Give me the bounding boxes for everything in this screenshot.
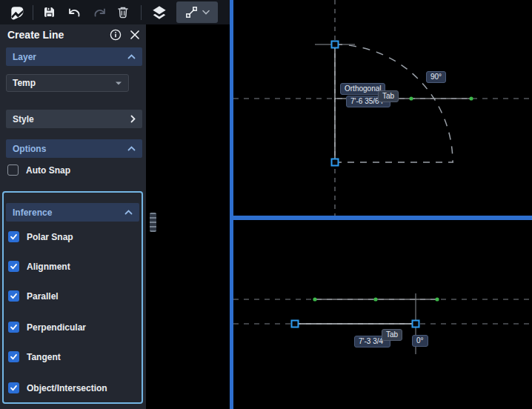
checkbox-perpendicular[interactable]: Perpendicular [8,322,86,333]
chevron-right-icon [130,115,136,123]
app-logo-icon [8,4,26,21]
snap-point-green [469,96,473,100]
section-label: Style [13,114,34,124]
snap-point-green [313,297,316,301]
toolbar [0,0,230,24]
section-label: Options [13,144,46,154]
trash-icon [117,6,129,19]
line-tool-button[interactable] [176,1,218,23]
snap-point-green [373,297,377,301]
undo-icon [67,7,82,19]
section-header-style[interactable]: Style [6,110,142,128]
section-label: Layer [13,52,36,62]
angle-badge: 0° [412,335,428,347]
drawing-viewport-bottom[interactable]: Tab 7'-3 3/4" 0° [233,220,532,409]
layers-icon [151,5,167,20]
checkbox-box [8,290,19,302]
save-button[interactable] [38,1,60,23]
chevron-up-icon [124,210,133,215]
top-canvas-drawing [233,0,532,216]
panel-header: Create Line [0,24,146,47]
section-header-options[interactable]: Options [6,139,142,158]
checkbox-tangent[interactable]: Tangent [8,351,61,362]
drawing-viewport-top[interactable]: 90° Orthogonal Tab 7'-6 35/64" [233,0,532,216]
endpoint-marker[interactable] [332,41,339,48]
checkbox-label: Perpendicular [27,322,86,333]
chevron-up-icon [127,54,136,59]
bottom-canvas-drawing [233,220,532,409]
endpoint-marker[interactable] [292,321,299,327]
tab-key-badge: Tab [378,90,399,102]
undo-button[interactable] [63,1,85,23]
checkbox-box [8,322,19,333]
app-window: Create Line Layer [0,0,532,409]
chevron-down-icon [115,81,122,86]
checkbox-label: Parallel [27,291,59,302]
section-header-layer[interactable]: Layer [6,47,142,66]
panel-resize-grip[interactable] [150,213,156,232]
checkbox-parallel[interactable]: Parallel [8,290,59,302]
layer-select[interactable]: Temp [6,74,129,92]
chevron-down-icon [202,10,210,15]
endpoint-marker[interactable] [332,159,339,166]
panel-title: Create Line [7,29,64,41]
layer-select-value: Temp [13,78,36,88]
toolbar-separator [141,5,142,20]
inference-highlight-box: Inference Polar Snap Alignment Parallel … [2,191,143,404]
checkbox-box [8,261,19,272]
checkbox-box [7,164,19,176]
checkbox-box [8,382,19,393]
checkbox-label: Polar Snap [27,232,73,242]
redo-icon [93,7,107,19]
section-label: Inference [13,207,52,218]
redo-button[interactable] [88,1,110,23]
angle-badge: 90° [426,71,446,83]
save-icon [43,6,56,19]
checkbox-label: Auto Snap [26,165,70,176]
app-logo-button[interactable] [6,1,28,23]
tab-key-badge: Tab [382,329,402,341]
checkbox-polar-snap[interactable]: Polar Snap [8,231,73,242]
checkbox-object-intersection[interactable]: Object/Intersection [8,382,107,393]
layers-button[interactable] [148,1,170,23]
section-header-inference[interactable]: Inference [6,203,139,222]
toolbar-separator [33,5,33,20]
create-line-panel: Create Line Layer [0,24,146,409]
checkbox-auto-snap[interactable]: Auto Snap [7,164,70,176]
line-tool-icon [185,6,198,19]
close-icon[interactable] [130,30,140,40]
checkbox-label: Tangent [27,352,61,362]
chevron-up-icon [127,146,136,151]
endpoint-marker[interactable] [413,321,419,327]
info-icon[interactable] [110,29,122,41]
checkbox-box [8,351,19,362]
snap-point-green [435,297,439,301]
checkbox-label: Object/Intersection [27,383,107,393]
checkbox-alignment[interactable]: Alignment [8,261,70,272]
delete-button[interactable] [112,1,134,23]
checkbox-label: Alignment [27,262,70,272]
snap-point-green [409,96,413,100]
checkbox-box [8,231,19,242]
